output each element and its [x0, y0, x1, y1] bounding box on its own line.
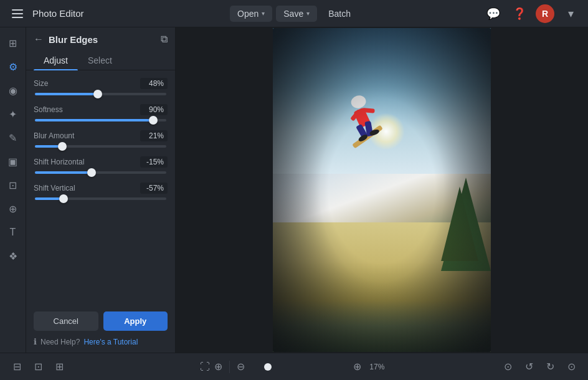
more-icon: ▾: [568, 7, 574, 21]
slider-thumb-3[interactable]: [87, 168, 96, 177]
help-link[interactable]: Here's a Tutorial: [83, 338, 138, 346]
open-chevron-icon: ▾: [262, 10, 265, 17]
sidebar-photos-btn[interactable]: ⊞: [2, 32, 24, 54]
control-value-4: -57%: [140, 183, 168, 194]
slider-track-1: [35, 119, 166, 121]
collage-icon: ⊡: [9, 179, 17, 191]
sidebar-collage-btn[interactable]: ⊡: [2, 174, 24, 196]
bottom-left: ⊟ ⊡ ⊞: [7, 358, 196, 376]
control-row-1: Softness90%: [34, 104, 168, 121]
chat-button[interactable]: 💬: [483, 4, 503, 24]
photo-display: [273, 28, 491, 352]
panel-header: ← Blur Edges ⧉: [26, 27, 175, 51]
batch-button[interactable]: Batch: [321, 6, 358, 22]
control-row-3: Shift Horizontal-15%: [34, 156, 168, 174]
sidebar-effects-btn[interactable]: ✦: [2, 103, 24, 125]
slider-thumb-1[interactable]: [149, 116, 158, 125]
back-button[interactable]: ←: [34, 34, 44, 45]
cancel-button[interactable]: Cancel: [34, 311, 98, 331]
zoom-slider[interactable]: [250, 366, 349, 368]
apply-button[interactable]: Apply: [103, 311, 168, 331]
history-button[interactable]: ⊙: [562, 358, 581, 376]
hamburger-icon: [12, 9, 23, 18]
back-icon: ←: [34, 34, 44, 45]
control-label-1: Softness: [34, 105, 63, 114]
topbar-left: Photo Editor: [7, 4, 230, 24]
sidebar-adjust-btn[interactable]: ⚙: [2, 56, 24, 77]
bottom-right: ⊙ ↺ ↻ ⊙: [392, 358, 581, 376]
tab-adjust[interactable]: Adjust: [34, 51, 78, 70]
sidebar-tools-btn[interactable]: ❖: [2, 245, 24, 267]
undo-button[interactable]: ↺: [519, 358, 538, 376]
sidebar-view-btn[interactable]: ◉: [2, 80, 24, 101]
crop-icon: ⊡: [34, 361, 42, 373]
actual-size-button[interactable]: ⊕: [214, 358, 224, 376]
topbar-right: 💬 ❓ R ▾: [358, 4, 581, 24]
fit-screen-button[interactable]: ⛶: [200, 358, 210, 376]
icon-sidebar: ⊞ ⚙ ◉ ✦ ✎ ▣ ⊡ ⊕ T ❖: [0, 27, 26, 353]
slider-thumb-2[interactable]: [58, 142, 67, 151]
chat-icon: 💬: [486, 7, 500, 21]
divider: [229, 361, 230, 373]
effects-icon: ✦: [9, 108, 17, 120]
slider-thumb-0[interactable]: [93, 90, 102, 98]
bottom-center: ⛶ ⊕ ⊖ ⊕ 17%: [200, 358, 389, 376]
more-button[interactable]: ▾: [561, 4, 581, 24]
tab-select[interactable]: Select: [78, 51, 122, 70]
grid-button[interactable]: ⊞: [50, 358, 69, 376]
grid-icon: ⊞: [55, 361, 64, 373]
save-chevron-icon: ▾: [306, 10, 310, 17]
control-label-3: Shift Horizontal: [34, 158, 84, 166]
slider-track-3: [35, 171, 166, 174]
panel-info-button[interactable]: ⧉: [161, 34, 168, 45]
open-button[interactable]: Open ▾: [230, 6, 272, 22]
tools-icon: ❖: [9, 250, 17, 262]
panel-actions: Cancel Apply: [34, 311, 168, 331]
control-value-3: -15%: [140, 156, 168, 168]
help-icon: ❓: [513, 7, 526, 21]
zoom-out-icon: ⊖: [237, 361, 245, 373]
zoom-out-button[interactable]: ⊖: [236, 358, 246, 376]
help-row: ℹ Need Help? Here's a Tutorial: [34, 337, 168, 346]
control-label-0: Size: [34, 79, 48, 88]
snapshot-button[interactable]: ⊙: [498, 358, 517, 376]
control-value-2: 21%: [140, 130, 168, 141]
hamburger-button[interactable]: [7, 4, 27, 24]
sidebar-text-btn[interactable]: T: [2, 222, 24, 243]
avatar[interactable]: R: [536, 4, 554, 23]
layers-button[interactable]: ⊟: [7, 358, 26, 376]
app-title: Photo Editor: [32, 8, 84, 19]
topbar: Photo Editor Open ▾ Save ▾ Batch 💬 ❓ R ▾: [0, 0, 588, 27]
text-icon: T: [10, 227, 16, 238]
panel: ← Blur Edges ⧉ Adjust Select Size48%Soft…: [26, 27, 176, 353]
fit-icon: ⛶: [200, 361, 210, 373]
control-row-0: Size48%: [34, 78, 168, 95]
help-button[interactable]: ❓: [510, 4, 529, 24]
export-icon: ⊕: [9, 203, 17, 215]
paint-icon: ✎: [9, 132, 17, 144]
info-icon: ⧉: [161, 34, 168, 45]
sidebar-frames-btn[interactable]: ▣: [2, 151, 24, 172]
slider-thumb-4[interactable]: [59, 194, 68, 203]
crop-button[interactable]: ⊡: [29, 358, 47, 376]
eye-icon: ◉: [9, 85, 17, 97]
slider-track-2: [35, 145, 166, 148]
photo-container: [273, 28, 491, 352]
panel-title: Blur Edges: [49, 34, 156, 45]
save-label: Save: [283, 9, 303, 19]
redo-button[interactable]: ↻: [541, 358, 559, 376]
frames-icon: ▣: [8, 156, 17, 168]
zoom-in-button[interactable]: ⊕: [353, 358, 363, 376]
sidebar-paint-btn[interactable]: ✎: [2, 127, 24, 148]
slider-track-0: [35, 93, 166, 95]
slider-track-4: [35, 197, 166, 200]
batch-label: Batch: [328, 9, 351, 19]
camera-icon: ⊙: [504, 361, 512, 373]
panel-tabs: Adjust Select: [26, 51, 175, 70]
panel-footer: Cancel Apply ℹ Need Help? Here's a Tutor…: [26, 305, 175, 353]
control-label-4: Shift Vertical: [34, 184, 75, 192]
save-button[interactable]: Save ▾: [276, 6, 317, 22]
redo-icon: ↻: [546, 361, 554, 373]
sidebar-export-btn[interactable]: ⊕: [2, 198, 24, 219]
info-circle-icon: ℹ: [34, 337, 37, 346]
